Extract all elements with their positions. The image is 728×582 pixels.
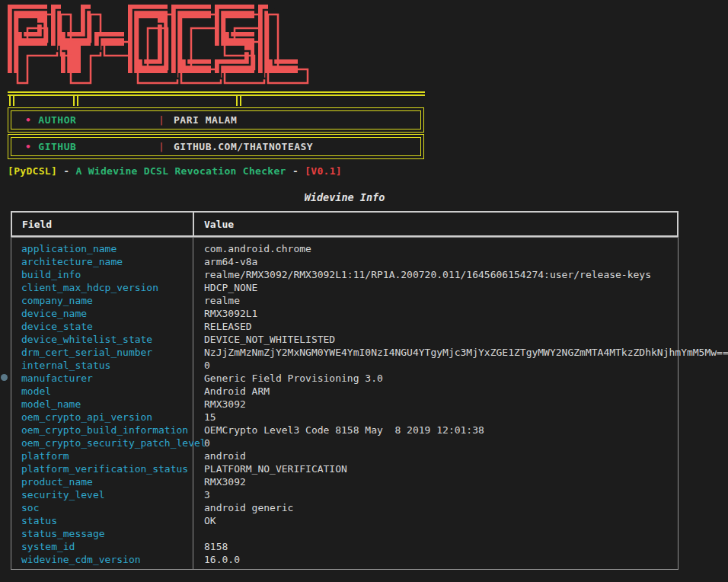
field-name: device_name xyxy=(11,307,193,320)
field-value: android xyxy=(193,449,246,462)
table-row: oem_crypto_api_version15 xyxy=(11,411,678,424)
field-value: android generic xyxy=(193,501,293,514)
table-row: socandroid generic xyxy=(11,501,678,514)
field-name: model xyxy=(11,385,193,398)
field-value: OEMCrypto Level3 Code 8158 May 8 2019 12… xyxy=(193,424,484,437)
field-name: application_name xyxy=(11,242,193,255)
github-box: • GITHUB | GITHUB.COM/THATNOTEASY xyxy=(8,134,424,159)
column-divider xyxy=(193,213,194,235)
field-value: arm64-v8a xyxy=(193,255,257,268)
field-value: com.android.chrome xyxy=(193,242,311,255)
bullet-icon: • xyxy=(25,141,31,152)
table-row: status_message xyxy=(11,527,678,540)
bullet-icon: • xyxy=(25,114,31,126)
widevine-info-table: application_namecom.android.chromearchit… xyxy=(11,237,679,570)
table-body-rows: application_namecom.android.chromearchit… xyxy=(11,242,678,566)
field-value: Android ARM xyxy=(193,385,270,398)
table-row: oem_crypto_build_informationOEMCrypto Le… xyxy=(11,424,678,437)
field-value: 0 xyxy=(193,359,210,372)
field-value xyxy=(193,527,204,540)
field-name: platform xyxy=(11,449,193,462)
table-row: device_whitelist_stateDEVICE_NOT_WHITELI… xyxy=(11,333,678,346)
field-name: security_level xyxy=(11,488,193,501)
author-value: PARI MALAM xyxy=(174,114,237,126)
table-row: manufacturerGeneric Field Provisioning 3… xyxy=(11,372,678,385)
field-value: RMX3092L1 xyxy=(193,307,257,320)
table-row: modelAndroid ARM xyxy=(11,385,678,398)
field-name: oem_crypto_security_patch_level xyxy=(11,437,193,449)
table-row: device_stateRELEASED xyxy=(11,320,678,333)
table-header: Field Value xyxy=(11,211,679,237)
field-value: NzJjZmMzNmZjY2MxNGM0YWE4YmI0NzI4NGU4YTgy… xyxy=(193,346,728,359)
field-name: device_state xyxy=(11,320,193,333)
ascii-banner xyxy=(6,3,311,90)
table-row: model_nameRMX3092 xyxy=(11,398,678,411)
field-column-header: Field xyxy=(22,219,52,230)
table-row: architecture_namearm64-v8a xyxy=(11,255,678,268)
field-value: DEVICE_NOT_WHITELISTED xyxy=(193,333,335,346)
author-separator: | xyxy=(158,114,164,126)
field-name: soc xyxy=(11,501,193,514)
field-value: 16.0.0 xyxy=(193,553,240,566)
github-link: GITHUB.COM/THATNOTEASY xyxy=(174,141,313,152)
app-description: A Widevine DCSL Revocation Checker xyxy=(75,165,286,177)
field-name: widevine_cdm_version xyxy=(11,553,193,566)
table-row: platform_verification_statusPLATFORM_NO_… xyxy=(11,462,678,475)
table-row: security_level3 xyxy=(11,488,678,501)
field-name: build_info xyxy=(11,268,193,281)
github-label: GITHUB xyxy=(38,141,76,152)
table-row: oem_crypto_security_patch_level0 xyxy=(11,437,678,449)
table-row: platformandroid xyxy=(11,449,678,462)
field-value: PLATFORM_NO_VERIFICATION xyxy=(193,462,347,475)
table-row: client_max_hdcp_versionHDCP_NONE xyxy=(11,281,678,294)
table-row: statusOK xyxy=(11,514,678,527)
field-name: model_name xyxy=(11,398,193,411)
field-name: system_id xyxy=(11,540,193,553)
table-row: build_inforealme/RMX3092/RMX3092L1:11/RP… xyxy=(11,268,678,281)
field-name: status xyxy=(11,514,193,527)
field-value: realme xyxy=(193,294,240,307)
field-value: RELEASED xyxy=(193,320,252,333)
field-value: 15 xyxy=(193,411,216,424)
field-name: architecture_name xyxy=(11,255,193,268)
field-name: platform_verification_status xyxy=(11,462,193,475)
field-name: internal_status xyxy=(11,359,193,372)
table-row: drm_cert_serial_numberNzJjZmMzNmZjY2MxNG… xyxy=(11,346,678,359)
field-name: oem_crypto_build_information xyxy=(11,424,193,437)
field-value: OK xyxy=(193,514,216,527)
section-title: Widevine Info xyxy=(11,191,679,203)
field-name: company_name xyxy=(11,294,193,307)
table-row: application_namecom.android.chrome xyxy=(11,242,678,255)
table-row: system_id8158 xyxy=(11,540,678,553)
field-name: status_message xyxy=(11,527,193,540)
field-name: manufacturer xyxy=(11,372,193,385)
app-tagline: [PyDCSL] - A Widevine DCSL Revocation Ch… xyxy=(8,165,342,177)
field-value: RMX3092 xyxy=(193,398,246,411)
app-version: [V0.1] xyxy=(305,165,342,177)
field-name: oem_crypto_api_version xyxy=(11,411,193,424)
field-name: drm_cert_serial_number xyxy=(11,346,193,359)
table-row: internal_status0 xyxy=(11,359,678,372)
author-box: • AUTHOR | PARI MALAM xyxy=(8,107,424,133)
field-value: 0 xyxy=(193,437,210,449)
field-value: RMX3092 xyxy=(193,475,246,488)
terminal-window: • AUTHOR | PARI MALAM • GITHUB | GITHUB.… xyxy=(0,0,728,582)
value-column-header: Value xyxy=(204,219,234,230)
table-row: device_nameRMX3092L1 xyxy=(11,307,678,320)
tagline-dash: - xyxy=(292,165,299,177)
table-row: company_namerealme xyxy=(11,294,678,307)
field-name: client_max_hdcp_version xyxy=(11,281,193,294)
field-value: realme/RMX3092/RMX3092L1:11/RP1A.200720.… xyxy=(193,268,651,281)
table-row: widevine_cdm_version16.0.0 xyxy=(11,553,678,566)
field-value: 3 xyxy=(193,488,210,501)
field-value: HDCP_NONE xyxy=(193,281,257,294)
field-name: product_name xyxy=(11,475,193,488)
table-row: product_nameRMX3092 xyxy=(11,475,678,488)
github-separator: | xyxy=(158,141,164,152)
author-label: AUTHOR xyxy=(38,114,76,126)
field-value: 8158 xyxy=(193,540,228,553)
left-edge-dot-icon xyxy=(1,374,8,381)
field-value: Generic Field Provisioning 3.0 xyxy=(193,372,383,385)
field-name: device_whitelist_state xyxy=(11,333,193,346)
app-name: [PyDCSL] xyxy=(8,165,57,177)
